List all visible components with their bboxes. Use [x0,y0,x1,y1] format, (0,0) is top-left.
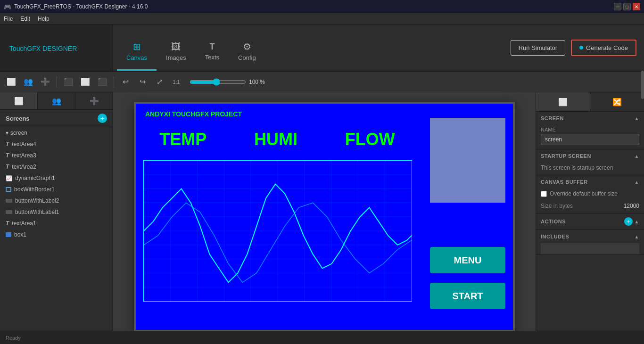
sidebar-item-box1[interactable]: box1 [0,229,113,240]
sidebar-header: Screens + [0,110,113,127]
sidebar-widget-icon-btn[interactable]: 👥 [38,92,75,109]
zoom-reset-btn[interactable]: 1:1 [169,74,184,90]
tab-images[interactable]: 🖼 Images [157,33,196,71]
item-label-textarea3: textArea3 [12,152,36,159]
undo-btn[interactable]: ↩ [118,74,133,90]
text-icon: T [6,152,9,159]
menu-file[interactable]: File [4,16,13,22]
canvas-content: ANDYXI TOUCHGFX PROJECT TEMP HUMI FLOW [136,104,513,330]
fit-btn[interactable]: ⤢ [152,74,167,90]
sidebar-item-textarea1[interactable]: T textArea1 [0,218,113,229]
logo-sub: DESIGNER [42,45,77,52]
group-tool-btn[interactable]: 👥 [21,74,36,90]
tab-texts-label: Texts [205,54,219,61]
includes-input[interactable] [541,243,639,254]
title-bar: 🎮 TouchGFX_FreeRTOS - TouchGFX Designer … [0,0,644,13]
screen-tool-btn[interactable]: ⬜ [4,74,19,90]
sidebar-item-textarea4[interactable]: T textArea4 [0,139,113,150]
screen-section-header[interactable]: SCREEN ▲ [536,112,644,125]
sidebar-screen-icon-btn[interactable]: ⬜ [0,92,38,109]
actions-section: ACTIONS + ▲ [536,213,644,230]
canvas-menu-button[interactable]: MENU [430,247,505,273]
override-checkbox-row: Override default buffer size [536,188,644,201]
selection-btn[interactable]: ⬛ [95,74,110,90]
logo: TouchGFXDESIGNER [8,41,77,54]
tab-canvas-label: Canvas [126,54,147,61]
item-label-boxwithborder1: boxWithBorder1 [14,186,55,193]
maximize-btn[interactable]: □ [623,3,631,10]
minimize-btn[interactable]: ─ [614,3,621,10]
name-input[interactable] [541,134,639,145]
logo-area: TouchGFXDESIGNER [0,25,113,71]
interactions-tab[interactable]: 🔀 [590,92,644,111]
canvas-buffer-header[interactable]: CANVAS BUFFER ▲ [536,175,644,188]
generate-code-button[interactable]: Generate Code [571,40,636,56]
startup-section: STARTUP SCREEN ▲ This screen is startup … [536,149,644,175]
sidebar-item-textarea2[interactable]: T textArea2 [0,161,113,172]
tab-texts[interactable]: T Texts [196,33,229,71]
sidebar-add-button[interactable]: + [98,114,107,123]
menu-help[interactable]: Help [38,16,50,22]
tab-config[interactable]: ⚙ Config [229,33,265,71]
actions-section-label: ACTIONS [541,219,566,224]
startup-static-text: This screen is startup screen [536,163,644,175]
canvas-label-temp: TEMP [159,130,206,149]
canvas-project-title: ANDYXI TOUCHGFX PROJECT [145,110,242,118]
item-label-textarea4: textArea4 [12,141,36,147]
scrollbar-thumb[interactable] [641,92,644,99]
canvas-image-box [430,118,505,203]
sidebar-add-icon-btn[interactable]: ➕ [75,92,113,109]
menu-edit[interactable]: Edit [20,16,30,22]
add-action-button[interactable]: + [624,217,633,226]
canvas-area[interactable]: ANDYXI TOUCHGFX PROJECT TEMP HUMI FLOW [113,92,536,331]
import-btn[interactable]: ⬜ [78,74,93,90]
startup-section-header[interactable]: STARTUP SCREEN ▲ [536,149,644,163]
size-row: Size in bytes 12000 [536,201,644,213]
canvas-label-humi: HUMI [254,130,297,149]
zoom-slider[interactable] [190,78,246,86]
text-icon: T [6,164,9,170]
toolbar-right: Run Simulator Generate Code [503,25,644,71]
add-widget-btn[interactable]: ➕ [38,74,53,90]
button-icon [6,199,12,203]
override-checkbox[interactable] [541,191,547,197]
run-simulator-button[interactable]: Run Simulator [511,40,565,56]
sidebar-item-buttonwithlabel2[interactable]: buttonWithLabel2 [0,195,113,206]
text-icon: T [6,141,9,147]
canvas-start-button[interactable]: START [430,283,505,309]
sidebar-item-dynamicgraph1[interactable]: 📈 dynamicGraph1 [0,172,113,184]
properties-tab[interactable]: ⬜ [536,92,590,111]
box-icon [6,232,11,237]
sidebar-screen-root[interactable]: ▾ screen [0,127,113,139]
export-btn[interactable]: ⬛ [61,74,76,90]
sidebar-item-textarea3[interactable]: T textArea3 [0,150,113,161]
includes-section-label: INCLUDES [541,234,569,239]
toolbar-divider-2 [114,76,114,88]
includes-section: INCLUDES ▲ [536,230,644,255]
tab-canvas[interactable]: ⊞ Canvas [117,33,157,71]
screen-section-label: SCREEN [541,115,564,121]
canvas-icon: ⊞ [133,41,141,52]
secondary-toolbar: ⬜ 👥 ➕ ⬛ ⬜ ⬛ ↩ ↪ ⤢ 1:1 100 % [0,72,644,92]
close-btn[interactable]: ✕ [633,3,640,10]
sidebar-icons: ⬜ 👥 ➕ [0,92,113,110]
startup-section-label: STARTUP SCREEN [541,153,591,159]
size-label: Size in bytes [541,203,621,209]
sidebar-item-boxwithborder1[interactable]: boxWithBorder1 [0,184,113,195]
right-panel-tabs: ⬜ 🔀 [536,92,644,112]
canvas-labels: TEMP HUMI FLOW [136,130,419,149]
right-panel: ⬜ 🔀 SCREEN ▲ NAME STARTUP SCREEN ▲ [536,92,644,331]
screen-name: screen [10,130,27,136]
chevron-up-icon-3: ▲ [635,180,639,185]
canvas-buffer-label: CANVAS BUFFER [541,179,588,185]
actions-section-header[interactable]: ACTIONS + ▲ [536,213,644,229]
redo-btn[interactable]: ↪ [135,74,150,90]
nav-tabs: ⊞ Canvas 🖼 Images T Texts ⚙ Config [113,25,503,71]
canvas-label-flow: FLOW [345,130,395,149]
toolbar-divider-1 [57,76,57,88]
sidebar-item-buttonwithlabel1[interactable]: buttonWithLabel1 [0,206,113,218]
chevron-up-icon-4: ▲ [635,219,639,224]
includes-section-header[interactable]: INCLUDES ▲ [536,230,644,243]
generate-code-label: Generate Code [586,44,628,51]
item-label-textarea2: textArea2 [12,164,36,170]
